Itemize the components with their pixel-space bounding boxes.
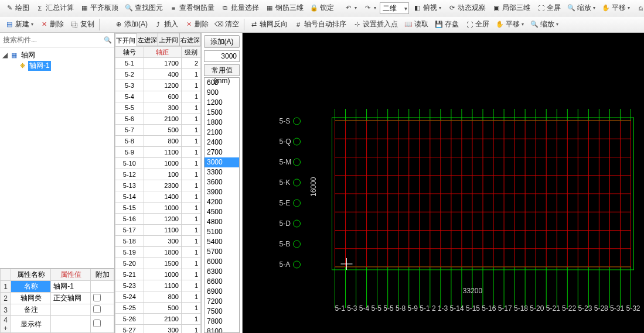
grid-row[interactable]: 5-88001	[115, 136, 201, 147]
tree-root[interactable]: ◢ ▦ 轴网	[1, 50, 113, 60]
common-value-item[interactable]: 7800	[205, 317, 239, 327]
common-value-item[interactable]: 4500	[205, 207, 239, 217]
tab-1[interactable]: 左进深	[137, 33, 159, 46]
grid-row[interactable]: 5-2110001	[115, 269, 201, 280]
grid-row[interactable]: 5-2621001	[115, 314, 201, 325]
axis-grid[interactable]: 轴号 轴距 级别 5-1170025-240015-3120015-460015…	[115, 46, 201, 333]
grid-row[interactable]: 5-273001	[115, 325, 201, 334]
common-value-item[interactable]: 5400	[205, 237, 239, 247]
full-button[interactable]: ⛶全屏	[534, 2, 563, 15]
common-value-item[interactable]: 6300	[205, 267, 239, 277]
rebar3d-button[interactable]: ▦钢筋三维	[263, 2, 306, 15]
common-value-item[interactable]: 2400	[205, 138, 239, 147]
search-icon[interactable]: 🔍	[103, 35, 113, 44]
grid-row[interactable]: 5-46001	[115, 91, 201, 102]
copy-button[interactable]: ⿻复制	[67, 18, 97, 31]
sum-button[interactable]: Σ汇总计算	[33, 2, 76, 15]
component-tree[interactable]: ◢ ▦ 轴网 ❋ 轴网-1	[0, 47, 114, 268]
insert-button[interactable]: ⤴插入	[151, 18, 180, 31]
delete2-button[interactable]: ⨯删除	[182, 18, 211, 31]
grid-row[interactable]: 5-1711001	[115, 225, 201, 236]
find-button[interactable]: 🔍查找图元	[122, 2, 165, 15]
grid-row[interactable]: 5-24001	[115, 69, 201, 80]
add-button[interactable]: ⊕添加(A)	[111, 18, 150, 31]
common-values-list[interactable]: 6009001200150018002100240027003000330036…	[204, 77, 240, 333]
align-button[interactable]: ▦平齐板顶	[77, 2, 121, 15]
batch-button[interactable]: ⧉批量选择	[218, 2, 261, 15]
common-value-item[interactable]: 5700	[205, 247, 239, 257]
screen-button[interactable]: ⎙屏幕	[633, 2, 644, 15]
grid-row[interactable]: 5-53001	[115, 102, 201, 114]
grid-row[interactable]: 5-248001	[115, 291, 201, 303]
redo-button[interactable]: ↷▾	[360, 2, 379, 15]
undo-button[interactable]: ↶▾	[341, 2, 359, 15]
common-value-item[interactable]: 3600	[205, 177, 239, 187]
prop-row[interactable]: 2 轴网类正交轴网	[1, 293, 114, 304]
common-value-item[interactable]: 1200	[205, 98, 239, 108]
common-value-item[interactable]: 2100	[205, 128, 239, 138]
grid-row[interactable]: 5-1612001	[115, 214, 201, 225]
grid-row[interactable]: 5-2015001	[115, 258, 201, 269]
prop-extra-checkbox[interactable]	[93, 294, 101, 301]
prop-row[interactable]: 3 备注	[1, 304, 114, 316]
grid-row[interactable]: 5-2311001	[115, 280, 201, 291]
pan2-button[interactable]: ✋平移▾	[493, 18, 526, 31]
tree-child[interactable]: ❋ 轴网-1	[1, 60, 113, 71]
common-value-item[interactable]: 900	[205, 88, 239, 98]
setins-button[interactable]: ⊹设置插入点	[350, 18, 400, 31]
full2-button[interactable]: ⛶全屏	[462, 18, 492, 31]
common-value-item[interactable]: 4800	[205, 217, 239, 227]
common-value-item[interactable]: 8100	[205, 327, 239, 333]
grid-row[interactable]: 5-1918001	[115, 247, 201, 258]
common-value-item[interactable]: 1800	[205, 118, 239, 128]
drawing-viewport[interactable]: 5-S5-Q5-M5-K5-E5-D5-B5-A 16000 33200 5-1…	[243, 33, 644, 333]
zoom2-button[interactable]: 🔍缩放▾	[527, 18, 561, 31]
grid-row[interactable]: 5-1323001	[115, 180, 201, 191]
zoom1-button[interactable]: 🔍缩放▾	[564, 2, 598, 15]
view-combo[interactable]: 二维	[380, 2, 409, 14]
prop-row[interactable]: 4 +显示样	[1, 316, 114, 333]
lock-button[interactable]: 🔒锁定	[307, 2, 336, 15]
add-value-field[interactable]: 3000	[204, 50, 240, 62]
common-value-item[interactable]: 600	[205, 78, 239, 88]
common-value-item[interactable]: 3900	[205, 187, 239, 197]
orbit-button[interactable]: ⟳动态观察	[445, 2, 488, 15]
common-value-item[interactable]: 6000	[205, 257, 239, 267]
grid-row[interactable]: 5-117002	[115, 58, 201, 69]
grid-row[interactable]: 5-1010001	[115, 158, 201, 169]
clear-button[interactable]: ⌫清空	[212, 18, 241, 31]
common-value-item[interactable]: 4200	[205, 197, 239, 207]
grid-row[interactable]: 5-121001	[115, 169, 201, 180]
tab-3[interactable]: 右进深	[180, 33, 202, 46]
tab-2[interactable]: 上开间	[158, 33, 180, 46]
common-value-item[interactable]: 5100	[205, 227, 239, 237]
grid-row[interactable]: 5-911001	[115, 147, 201, 158]
grid-row[interactable]: 5-75001	[115, 125, 201, 136]
grid-row[interactable]: 5-1414001	[115, 191, 201, 202]
pan1-button[interactable]: ✋平移▾	[599, 2, 632, 15]
read-button[interactable]: 📖读取	[401, 18, 431, 31]
save2-button[interactable]: 💾存盘	[432, 18, 461, 31]
prop-extra-checkbox[interactable]	[93, 320, 101, 327]
delete-button[interactable]: ✕删除	[37, 18, 66, 31]
common-value-item[interactable]: 3000	[205, 157, 239, 167]
prop-row[interactable]: 1 名称轴网-1	[1, 281, 114, 293]
grid-row[interactable]: 5-183001	[115, 236, 201, 247]
add-value-button[interactable]: 添加(A)	[204, 35, 240, 48]
grid-row[interactable]: 5-1510001	[115, 202, 201, 214]
grid-row[interactable]: 5-621001	[115, 114, 201, 125]
rebar-button[interactable]: ≡查看钢筋量	[166, 2, 217, 15]
auto-button[interactable]: #轴号自动排序	[291, 18, 349, 31]
new-button[interactable]: ▤新建▾	[2, 18, 36, 31]
common-value-item[interactable]: 2700	[205, 147, 239, 157]
grid-row[interactable]: 5-255001	[115, 303, 201, 314]
local3d-button[interactable]: ▣局部三维	[489, 2, 533, 15]
draw-button[interactable]: ✎绘图	[2, 2, 32, 15]
reverse-button[interactable]: ⇄轴网反向	[247, 18, 290, 31]
common-value-item[interactable]: 7500	[205, 307, 239, 317]
common-value-item[interactable]: 1500	[205, 108, 239, 118]
tab-0[interactable]: 下开间	[115, 33, 137, 46]
grid-row[interactable]: 5-312001	[115, 80, 201, 91]
common-value-item[interactable]: 6600	[205, 277, 239, 287]
iso-button[interactable]: ◧俯视▾	[410, 2, 444, 15]
